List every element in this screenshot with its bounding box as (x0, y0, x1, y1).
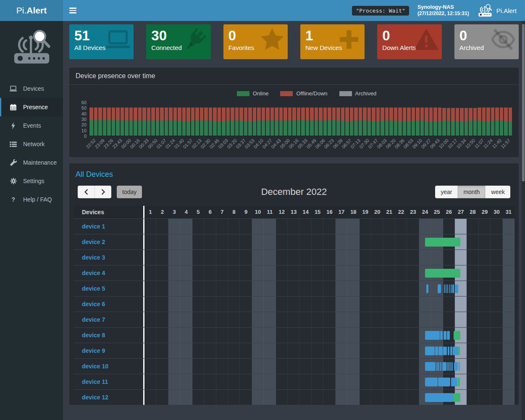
app-link[interactable]: Pi.Alert (478, 3, 517, 18)
presence-segment-online[interactable] (425, 269, 460, 278)
device-name-cell: device 8 (74, 328, 143, 343)
presence-segment-session[interactable] (447, 362, 448, 371)
card-archived[interactable]: 0Archived (454, 24, 519, 59)
next-month-button[interactable] (94, 186, 111, 198)
presence-segment-session[interactable] (435, 346, 438, 355)
presence-segment-session[interactable] (438, 362, 439, 371)
device-link[interactable]: device 7 (74, 312, 105, 328)
today-button[interactable]: today (117, 186, 142, 198)
presence-segment-session[interactable] (438, 346, 443, 355)
card-all-devices[interactable]: 51All Devices (69, 24, 134, 59)
presence-segment-session[interactable] (446, 284, 446, 293)
x-axis-tick: 04:43 (270, 138, 282, 150)
card-down-alerts[interactable]: 0Down Alerts (377, 24, 441, 59)
presence-segment-session[interactable] (455, 284, 459, 293)
x-axis-tick: 22:52 (85, 138, 97, 150)
presence-segment-session[interactable] (451, 378, 455, 386)
presence-segment-session[interactable] (425, 362, 436, 371)
x-axis-tick: 06:57 (341, 138, 352, 150)
sidebar-item-network[interactable]: Network (0, 135, 63, 153)
device-link[interactable]: device 6 (74, 297, 105, 312)
sidebar-item-help-faq[interactable]: ?Help / FAQ (0, 190, 63, 209)
presence-segment-session[interactable] (450, 346, 452, 355)
sidebar-item-settings[interactable]: Settings (0, 172, 63, 190)
presence-segment-session[interactable] (425, 331, 440, 340)
scrollbar-thumb[interactable] (522, 24, 525, 181)
sidebar-item-devices[interactable]: Devices (0, 79, 63, 98)
device-link[interactable]: device 10 (74, 359, 108, 374)
stacked-bar (292, 102, 296, 136)
device-link[interactable]: device 5 (74, 281, 105, 297)
view-button-month[interactable]: month (457, 186, 485, 198)
presence-segment-session[interactable] (454, 362, 458, 371)
presence-segment-session[interactable] (458, 362, 459, 371)
presence-segment-session[interactable] (459, 362, 460, 371)
presence-segment-online[interactable] (453, 393, 460, 402)
presence-segment-session[interactable] (456, 346, 458, 355)
presence-segment-session[interactable] (426, 284, 429, 293)
presence-segment-session[interactable] (438, 284, 441, 293)
presence-segment-session[interactable] (453, 346, 456, 355)
card-new-devices[interactable]: 1New Devices (300, 24, 365, 59)
device-link[interactable]: device 4 (74, 265, 105, 281)
presence-segment-session[interactable] (448, 362, 449, 371)
presence-segment-online[interactable] (425, 238, 460, 247)
card-favorites[interactable]: 0Favorites (223, 24, 288, 59)
presence-segments (144, 297, 514, 312)
device-link[interactable]: device 12 (74, 390, 108, 405)
stacked-bar (403, 102, 407, 136)
view-button-week[interactable]: week (485, 186, 510, 198)
presence-segment-session[interactable] (443, 346, 445, 355)
presence-segment-online[interactable] (458, 346, 459, 355)
sidebar-item-presence[interactable]: Presence (0, 98, 63, 116)
presence-segment-session[interactable] (452, 362, 453, 371)
presence-segment-session[interactable] (438, 378, 450, 386)
presence-segment-session[interactable] (442, 362, 446, 371)
stacked-bar (195, 102, 199, 136)
stacked-bar (284, 102, 287, 136)
presence-segment-online[interactable] (458, 378, 460, 386)
presence-segment-session[interactable] (436, 362, 438, 371)
device-link[interactable]: device 3 (74, 250, 105, 265)
presence-segments (144, 374, 514, 389)
sidebar-toggle-icon[interactable] (63, 0, 82, 21)
calendar-toolbar: today December 2022 yearmonthweek (69, 180, 519, 206)
x-axis-tick: 06:23 (323, 138, 335, 150)
bolt-icon (9, 122, 17, 129)
device-link[interactable]: device 2 (74, 234, 105, 250)
x-axis-tick: 10:00 (438, 138, 449, 150)
prev-month-button[interactable] (78, 186, 94, 198)
brand-logo[interactable]: Pi.Alert (0, 0, 63, 21)
presence-segment-session[interactable] (447, 331, 450, 340)
device-link[interactable]: device 11 (74, 374, 108, 390)
card-connected[interactable]: 30Connected (146, 24, 210, 59)
presence-segment-session[interactable] (425, 393, 453, 402)
presence-segment-session[interactable] (452, 284, 454, 293)
presence-segment-online[interactable] (454, 331, 460, 340)
presence-segment-session[interactable] (451, 362, 452, 371)
device-link[interactable]: device 1 (74, 219, 105, 234)
stacked-bar (425, 102, 428, 136)
device-link[interactable]: device 9 (74, 343, 105, 359)
sidebar-item-label: Maintenance (23, 159, 57, 166)
stacked-bar (368, 102, 371, 136)
sidebar-item-events[interactable]: Events (0, 116, 63, 135)
presence-segment-session[interactable] (447, 284, 448, 293)
presence-segment-session[interactable] (449, 284, 450, 293)
presence-segment-session[interactable] (449, 362, 450, 371)
presence-segment-session[interactable] (440, 362, 441, 371)
presence-segment-session[interactable] (451, 284, 452, 293)
presence-segment-session[interactable] (455, 378, 457, 386)
view-button-year[interactable]: year (435, 186, 457, 198)
day-header-25: 25 (431, 206, 443, 218)
presence-segment-session[interactable] (444, 284, 445, 293)
presence-segment-session[interactable] (445, 346, 447, 355)
device-link[interactable]: device 8 (74, 328, 105, 343)
sidebar-item-maintenance[interactable]: Maintenance (0, 153, 63, 172)
presence-segment-session[interactable] (425, 378, 438, 386)
presence-segment-session[interactable] (444, 331, 446, 340)
presence-segment-session[interactable] (440, 331, 443, 340)
presence-segment-session[interactable] (425, 346, 435, 355)
presence-segment-session[interactable] (448, 346, 449, 355)
stacked-bar (332, 102, 336, 136)
